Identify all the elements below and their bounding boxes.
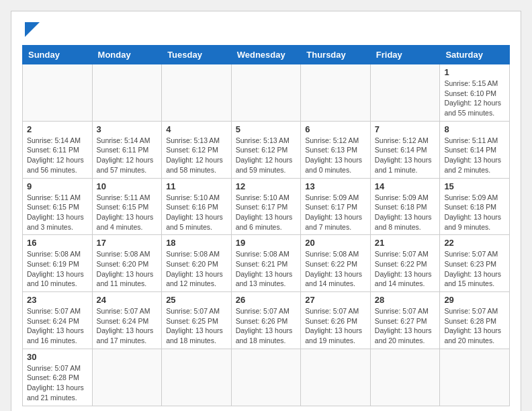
day-number: 27 bbox=[305, 295, 366, 305]
day-info: Sunrise: 5:07 AM Sunset: 6:26 PM Dayligh… bbox=[236, 306, 297, 346]
day-number: 3 bbox=[97, 124, 158, 134]
day-info: Sunrise: 5:08 AM Sunset: 6:20 PM Dayligh… bbox=[166, 249, 227, 289]
calendar-cell: 21Sunrise: 5:07 AM Sunset: 6:22 PM Dayli… bbox=[370, 235, 440, 292]
calendar-cell: 3Sunrise: 5:14 AM Sunset: 6:11 PM Daylig… bbox=[92, 121, 162, 178]
calendar-cell: 14Sunrise: 5:09 AM Sunset: 6:18 PM Dayli… bbox=[370, 178, 440, 235]
calendar-cell: 4Sunrise: 5:13 AM Sunset: 6:12 PM Daylig… bbox=[162, 121, 232, 178]
day-info: Sunrise: 5:07 AM Sunset: 6:28 PM Dayligh… bbox=[27, 363, 88, 403]
day-info: Sunrise: 5:09 AM Sunset: 6:18 PM Dayligh… bbox=[444, 193, 505, 232]
day-number: 29 bbox=[444, 295, 505, 305]
weekday-header-friday: Friday bbox=[370, 46, 440, 64]
day-number: 11 bbox=[166, 181, 227, 191]
day-number: 18 bbox=[166, 238, 227, 248]
calendar-cell: 22Sunrise: 5:07 AM Sunset: 6:23 PM Dayli… bbox=[440, 235, 510, 292]
day-info: Sunrise: 5:07 AM Sunset: 6:28 PM Dayligh… bbox=[444, 306, 505, 346]
weekday-header-sunday: Sunday bbox=[23, 46, 93, 64]
day-info: Sunrise: 5:07 AM Sunset: 6:25 PM Dayligh… bbox=[166, 306, 227, 346]
calendar-cell: 10Sunrise: 5:11 AM Sunset: 6:15 PM Dayli… bbox=[92, 178, 162, 235]
day-number: 25 bbox=[166, 295, 227, 305]
day-number: 22 bbox=[444, 238, 505, 248]
calendar-cell: 17Sunrise: 5:08 AM Sunset: 6:20 PM Dayli… bbox=[92, 235, 162, 292]
calendar-cell: 2Sunrise: 5:14 AM Sunset: 6:11 PM Daylig… bbox=[23, 121, 93, 178]
day-number: 10 bbox=[97, 181, 158, 191]
day-number: 28 bbox=[375, 295, 436, 305]
day-number: 13 bbox=[305, 181, 366, 191]
day-info: Sunrise: 5:08 AM Sunset: 6:22 PM Dayligh… bbox=[305, 249, 366, 289]
day-number: 23 bbox=[27, 295, 88, 305]
calendar-cell: 13Sunrise: 5:09 AM Sunset: 6:17 PM Dayli… bbox=[301, 178, 371, 235]
calendar-cell: 12Sunrise: 5:10 AM Sunset: 6:17 PM Dayli… bbox=[231, 178, 301, 235]
weekday-header-monday: Monday bbox=[92, 46, 162, 64]
calendar-cell: 1Sunrise: 5:15 AM Sunset: 6:10 PM Daylig… bbox=[440, 64, 510, 122]
calendar-container: SundayMondayTuesdayWednesdayThursdayFrid… bbox=[11, 11, 521, 411]
calendar-cell: 11Sunrise: 5:10 AM Sunset: 6:16 PM Dayli… bbox=[162, 178, 232, 235]
day-number: 12 bbox=[236, 181, 297, 191]
day-number: 14 bbox=[375, 181, 436, 191]
calendar-cell bbox=[23, 64, 93, 122]
day-info: Sunrise: 5:07 AM Sunset: 6:24 PM Dayligh… bbox=[97, 306, 158, 346]
calendar-cell: 9Sunrise: 5:11 AM Sunset: 6:15 PM Daylig… bbox=[23, 178, 93, 235]
weekday-header-tuesday: Tuesday bbox=[162, 46, 232, 64]
day-number: 6 bbox=[305, 124, 366, 134]
calendar-cell: 19Sunrise: 5:08 AM Sunset: 6:21 PM Dayli… bbox=[231, 235, 301, 292]
calendar-table: SundayMondayTuesdayWednesdayThursdayFrid… bbox=[22, 45, 510, 406]
day-number: 15 bbox=[444, 181, 505, 191]
calendar-cell: 6Sunrise: 5:12 AM Sunset: 6:13 PM Daylig… bbox=[301, 121, 371, 178]
calendar-cell bbox=[440, 349, 510, 406]
calendar-cell: 18Sunrise: 5:08 AM Sunset: 6:20 PM Dayli… bbox=[162, 235, 232, 292]
day-number: 30 bbox=[27, 352, 88, 362]
day-info: Sunrise: 5:08 AM Sunset: 6:20 PM Dayligh… bbox=[97, 249, 158, 289]
day-number: 20 bbox=[305, 238, 366, 248]
day-info: Sunrise: 5:12 AM Sunset: 6:13 PM Dayligh… bbox=[305, 136, 366, 175]
day-number: 7 bbox=[375, 124, 436, 134]
calendar-cell: 30Sunrise: 5:07 AM Sunset: 6:28 PM Dayli… bbox=[23, 349, 93, 406]
calendar-cell: 29Sunrise: 5:07 AM Sunset: 6:28 PM Dayli… bbox=[440, 292, 510, 349]
day-number: 21 bbox=[375, 238, 436, 248]
day-info: Sunrise: 5:09 AM Sunset: 6:17 PM Dayligh… bbox=[305, 193, 366, 232]
day-info: Sunrise: 5:11 AM Sunset: 6:14 PM Dayligh… bbox=[444, 136, 505, 175]
day-info: Sunrise: 5:07 AM Sunset: 6:23 PM Dayligh… bbox=[444, 249, 505, 289]
day-info: Sunrise: 5:10 AM Sunset: 6:16 PM Dayligh… bbox=[166, 193, 227, 232]
logo-triangle-icon bbox=[25, 22, 40, 37]
week-row-3: 9Sunrise: 5:11 AM Sunset: 6:15 PM Daylig… bbox=[23, 178, 510, 235]
calendar-cell: 28Sunrise: 5:07 AM Sunset: 6:27 PM Dayli… bbox=[370, 292, 440, 349]
week-row-6: 30Sunrise: 5:07 AM Sunset: 6:28 PM Dayli… bbox=[23, 349, 510, 406]
calendar-cell bbox=[231, 64, 301, 122]
day-info: Sunrise: 5:08 AM Sunset: 6:21 PM Dayligh… bbox=[236, 249, 297, 289]
calendar-cell bbox=[370, 64, 440, 122]
week-row-5: 23Sunrise: 5:07 AM Sunset: 6:24 PM Dayli… bbox=[23, 292, 510, 349]
day-info: Sunrise: 5:11 AM Sunset: 6:15 PM Dayligh… bbox=[27, 193, 88, 232]
calendar-cell: 15Sunrise: 5:09 AM Sunset: 6:18 PM Dayli… bbox=[440, 178, 510, 235]
calendar-cell bbox=[301, 349, 371, 406]
calendar-cell: 24Sunrise: 5:07 AM Sunset: 6:24 PM Dayli… bbox=[92, 292, 162, 349]
weekday-header-wednesday: Wednesday bbox=[231, 46, 301, 64]
day-info: Sunrise: 5:12 AM Sunset: 6:14 PM Dayligh… bbox=[375, 136, 436, 175]
logo bbox=[22, 22, 40, 37]
day-number: 2 bbox=[27, 124, 88, 134]
day-info: Sunrise: 5:10 AM Sunset: 6:17 PM Dayligh… bbox=[236, 193, 297, 232]
day-number: 17 bbox=[97, 238, 158, 248]
weekday-header-row: SundayMondayTuesdayWednesdayThursdayFrid… bbox=[23, 46, 510, 64]
day-info: Sunrise: 5:07 AM Sunset: 6:22 PM Dayligh… bbox=[375, 249, 436, 289]
day-number: 16 bbox=[27, 238, 88, 248]
calendar-cell bbox=[162, 349, 232, 406]
calendar-cell bbox=[92, 349, 162, 406]
day-number: 24 bbox=[97, 295, 158, 305]
day-info: Sunrise: 5:11 AM Sunset: 6:15 PM Dayligh… bbox=[97, 193, 158, 232]
day-info: Sunrise: 5:09 AM Sunset: 6:18 PM Dayligh… bbox=[375, 193, 436, 232]
week-row-1: 1Sunrise: 5:15 AM Sunset: 6:10 PM Daylig… bbox=[23, 64, 510, 122]
header bbox=[22, 22, 510, 37]
calendar-cell: 20Sunrise: 5:08 AM Sunset: 6:22 PM Dayli… bbox=[301, 235, 371, 292]
day-info: Sunrise: 5:14 AM Sunset: 6:11 PM Dayligh… bbox=[27, 136, 88, 175]
day-number: 26 bbox=[236, 295, 297, 305]
day-number: 1 bbox=[444, 67, 505, 77]
calendar-cell: 26Sunrise: 5:07 AM Sunset: 6:26 PM Dayli… bbox=[231, 292, 301, 349]
svg-marker-0 bbox=[25, 22, 40, 37]
day-number: 9 bbox=[27, 181, 88, 191]
day-info: Sunrise: 5:07 AM Sunset: 6:26 PM Dayligh… bbox=[305, 306, 366, 346]
calendar-cell bbox=[162, 64, 232, 122]
calendar-cell: 8Sunrise: 5:11 AM Sunset: 6:14 PM Daylig… bbox=[440, 121, 510, 178]
calendar-cell bbox=[370, 349, 440, 406]
day-info: Sunrise: 5:07 AM Sunset: 6:27 PM Dayligh… bbox=[375, 306, 436, 346]
week-row-4: 16Sunrise: 5:08 AM Sunset: 6:19 PM Dayli… bbox=[23, 235, 510, 292]
